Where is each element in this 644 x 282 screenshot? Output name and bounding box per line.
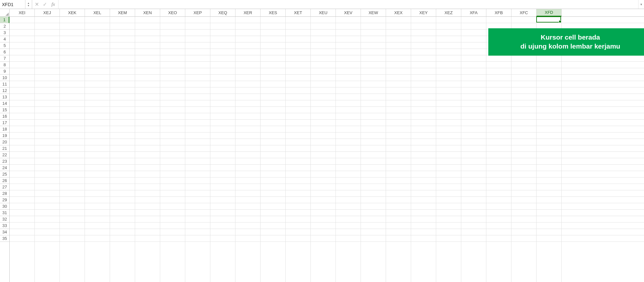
row-header-9[interactable]: 9 xyxy=(0,68,9,75)
row-header-35[interactable]: 35 xyxy=(0,235,9,242)
stepper-down-icon[interactable]: ▼ xyxy=(27,5,30,7)
row-header-16[interactable]: 16 xyxy=(0,113,9,120)
row-header-28[interactable]: 28 xyxy=(0,190,9,197)
column-header-XEO[interactable]: XEO xyxy=(160,9,185,16)
row-header-8[interactable]: 8 xyxy=(0,62,9,68)
gridline-horizontal xyxy=(10,87,644,87)
column-header-XFD[interactable]: XFD xyxy=(537,9,562,16)
row-header-5[interactable]: 5 xyxy=(0,42,9,49)
column-header-XFA[interactable]: XFA xyxy=(461,9,486,16)
gridline-vertical xyxy=(461,17,461,282)
row-header-21[interactable]: 21 xyxy=(0,145,9,152)
formula-bar: ▲ ▼ ✕ ✓ fx ▼ xyxy=(0,0,644,9)
column-header-XER[interactable]: XER xyxy=(235,9,261,16)
stepper-up-icon[interactable]: ▲ xyxy=(27,2,30,4)
row-header-34[interactable]: 34 xyxy=(0,229,9,235)
row-header-20[interactable]: 20 xyxy=(0,139,9,145)
formula-input[interactable] xyxy=(59,0,638,9)
row-header-7[interactable]: 7 xyxy=(0,55,9,62)
row-header-33[interactable]: 33 xyxy=(0,223,9,229)
select-all-button[interactable] xyxy=(0,9,10,16)
enter-formula-button[interactable]: ✓ xyxy=(42,2,48,7)
name-box-input[interactable] xyxy=(0,0,25,9)
row-header-3[interactable]: 3 xyxy=(0,30,9,36)
row-header-19[interactable]: 19 xyxy=(0,132,9,139)
gridline-vertical xyxy=(486,17,486,282)
column-header-XEV[interactable]: XEV xyxy=(336,9,361,16)
gridline-vertical xyxy=(110,17,110,282)
row-header-6[interactable]: 6 xyxy=(0,49,9,55)
row-header-column: 1234567891011121314151617181920212223242… xyxy=(0,17,10,282)
gridline-vertical xyxy=(210,17,210,282)
gridline-vertical xyxy=(185,17,185,282)
row-header-10[interactable]: 10 xyxy=(0,75,9,81)
row-header-11[interactable]: 11 xyxy=(0,81,9,87)
column-header-XES[interactable]: XES xyxy=(261,9,286,16)
gridline-horizontal xyxy=(10,145,644,145)
gridline-vertical xyxy=(536,17,537,282)
annotation-line-2: di ujung kolom lembar kerjamu xyxy=(497,42,643,51)
insert-function-button[interactable]: fx xyxy=(50,2,56,7)
row-header-2[interactable]: 2 xyxy=(0,23,9,30)
row-header-13[interactable]: 13 xyxy=(0,94,9,100)
row-header-4[interactable]: 4 xyxy=(0,36,9,42)
column-header-XEY[interactable]: XEY xyxy=(411,9,436,16)
row-header-17[interactable]: 17 xyxy=(0,120,9,126)
column-header-XEI[interactable]: XEI xyxy=(10,9,35,16)
row-header-27[interactable]: 27 xyxy=(0,184,9,190)
column-header-XEU[interactable]: XEU xyxy=(311,9,336,16)
gridline-horizontal xyxy=(10,113,644,113)
column-header-XEM[interactable]: XEM xyxy=(110,9,135,16)
column-header-XEZ[interactable]: XEZ xyxy=(436,9,461,16)
cancel-formula-button[interactable]: ✕ xyxy=(34,2,40,7)
row-header-24[interactable]: 24 xyxy=(0,165,9,171)
row-header-22[interactable]: 22 xyxy=(0,152,9,158)
gridline-vertical xyxy=(260,17,261,282)
row-header-23[interactable]: 23 xyxy=(0,158,9,165)
row-header-30[interactable]: 30 xyxy=(0,203,9,210)
column-header-XEJ[interactable]: XEJ xyxy=(35,9,60,16)
gridline-horizontal xyxy=(10,164,644,165)
row-header-14[interactable]: 14 xyxy=(0,100,9,107)
gridline-vertical xyxy=(511,17,511,282)
column-header-XEQ[interactable]: XEQ xyxy=(210,9,235,16)
column-header-XEX[interactable]: XEX xyxy=(386,9,411,16)
row-header-32[interactable]: 32 xyxy=(0,216,9,223)
gridline-vertical xyxy=(336,17,336,282)
row-header-1[interactable]: 1 xyxy=(0,17,9,23)
cells-area[interactable]: Kursor cell beradadi ujung kolom lembar … xyxy=(10,17,644,282)
gridline-vertical xyxy=(561,17,562,282)
column-header-XEK[interactable]: XEK xyxy=(60,9,85,16)
gridline-vertical xyxy=(160,17,160,282)
column-header-XET[interactable]: XET xyxy=(286,9,311,16)
column-header-XEP[interactable]: XEP xyxy=(185,9,210,16)
gridline-vertical xyxy=(310,17,311,282)
column-header-XFB[interactable]: XFB xyxy=(486,9,511,16)
gridline-horizontal xyxy=(10,94,644,94)
name-box-stepper: ▲ ▼ xyxy=(25,0,32,9)
column-header-XEW[interactable]: XEW xyxy=(361,9,386,16)
row-header-15[interactable]: 15 xyxy=(0,107,9,113)
gridline-horizontal xyxy=(10,203,644,203)
annotation-callout: Kursor cell beradadi ujung kolom lembar … xyxy=(488,28,644,56)
column-header-XEN[interactable]: XEN xyxy=(135,9,160,16)
gridline-horizontal xyxy=(10,184,644,184)
row-header-18[interactable]: 18 xyxy=(0,126,9,132)
row-header-12[interactable]: 12 xyxy=(0,87,9,94)
grid-body: 1234567891011121314151617181920212223242… xyxy=(0,17,644,282)
row-header-31[interactable]: 31 xyxy=(0,210,9,216)
column-header-XFC[interactable]: XFC xyxy=(511,9,537,16)
name-box: ▲ ▼ xyxy=(0,0,32,9)
gridline-horizontal xyxy=(10,81,644,81)
row-header-25[interactable]: 25 xyxy=(0,171,9,177)
gridline-vertical xyxy=(436,17,436,282)
column-header-XEL[interactable]: XEL xyxy=(85,9,110,16)
formula-bar-expand-icon[interactable]: ▼ xyxy=(638,0,644,9)
gridline-vertical xyxy=(411,17,411,282)
active-cell[interactable] xyxy=(536,16,561,23)
row-header-29[interactable]: 29 xyxy=(0,197,9,203)
gridline-horizontal xyxy=(10,119,644,120)
row-header-26[interactable]: 26 xyxy=(0,177,9,184)
gridline-horizontal xyxy=(10,241,644,242)
gridline-vertical xyxy=(60,17,60,282)
